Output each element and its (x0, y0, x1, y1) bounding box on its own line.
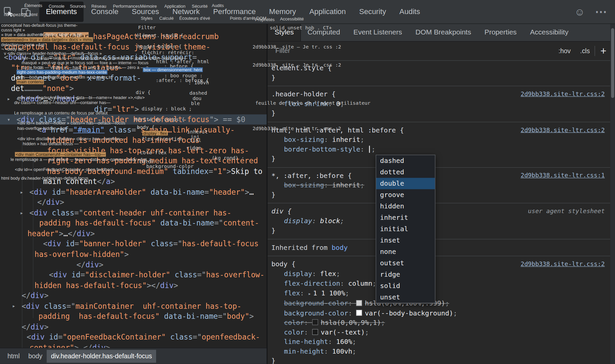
css-property[interactable]: box-sizing: inherit; (268, 180, 610, 190)
tab-accessibility[interactable]: Accessibility (523, 23, 575, 41)
breadcrumb-item[interactable]: body (24, 350, 47, 363)
rule-selector[interactable]: .header-holder { (271, 89, 336, 99)
dropdown-option[interactable]: solid (376, 280, 435, 291)
css-property[interactable]: box-sizing: inherit; (268, 135, 610, 145)
dom-line[interactable]: ▾<div class="header-holder has-default-f… (0, 114, 267, 124)
rule-selector[interactable]: *, :after, :before { (271, 171, 352, 180)
dom-line[interactable]: ▾<body dir…="ltr" data-css-variable-supp… (0, 52, 267, 63)
expand-arrow-icon[interactable]: ▸ (20, 187, 29, 197)
dropdown-option[interactable]: double (376, 178, 435, 189)
css-property[interactable]: display: flex; (268, 269, 610, 279)
css-property[interactable]: border-bottom-style: ; (268, 144, 610, 154)
css-property[interactable]: flex: ▸1 1 100%; (268, 288, 610, 298)
dropdown-option[interactable]: inset (376, 235, 435, 246)
stylesheet-link[interactable]: 2d9bb338.site-ltr.css:2 (517, 259, 605, 269)
tab-dom-breakpoints[interactable]: DOM Breakpoints (409, 23, 478, 41)
feedback-smiley-icon[interactable]: ☺ (571, 3, 589, 20)
rule-selector[interactable]: div { (271, 206, 291, 216)
color-swatch[interactable] (312, 329, 318, 335)
rule-selector[interactable]: body { (271, 259, 295, 269)
dropdown-option[interactable]: dotted (376, 167, 435, 178)
dom-line[interactable]: ▸<div id="headerAreaHolder" data-bi-name… (0, 187, 267, 197)
dom-line[interactable]: dir="ltr"> (0, 104, 267, 114)
css-property[interactable]: line-height: 160%; (268, 337, 610, 347)
css-property[interactable]: color: hsla(0,0%,9%,1); (268, 318, 610, 328)
dom-line[interactable]: </div> (0, 290, 267, 301)
expand-arrow-icon[interactable]: ▸ (20, 207, 29, 218)
dom-line[interactable]: padding has-default-focus" data-bi-name=… (0, 311, 267, 322)
dom-line[interactable]: <a href="#main" class="s…main…link visua… (0, 124, 267, 135)
dom-line[interactable]: padding has-default-focus" data-bi-name=… (0, 218, 267, 228)
filter-input[interactable] (268, 47, 554, 55)
dom-line[interactable]: "tru… = "fals……th-status- (0, 63, 267, 73)
dom-line[interactable]: det………get="docs" x-ms-format- (0, 73, 267, 83)
dom-line[interactable]: header">…</div> (0, 228, 267, 239)
toggle-class-button[interactable]: .cls (575, 47, 595, 55)
tab-event-listeners[interactable]: Event Listeners (347, 23, 409, 41)
dropdown-option[interactable]: dashed (376, 155, 435, 167)
dom-line[interactable]: ▸<div class="mainContainer uhf-container… (0, 301, 267, 311)
breadcrumb-item[interactable]: div.header-holder.has-default-focus (47, 350, 156, 363)
expand-arrow-icon[interactable]: ▸ (7, 94, 16, 104)
breadcrumb-item[interactable]: html (3, 350, 24, 363)
tab-elements[interactable]: Elements (39, 2, 84, 22)
tab-computed[interactable]: Computed (301, 23, 347, 41)
stylesheet-link[interactable]: 2d9bb338.site-ltr.css:2 (517, 89, 605, 99)
dom-line[interactable]: "hasSidebar hasPageActions hasBreadcrumb (0, 31, 267, 42)
color-swatch[interactable] (356, 300, 362, 306)
css-property[interactable]: flex-direction: column; (268, 279, 610, 288)
css-property[interactable]: display: block; (268, 216, 610, 226)
tab-audits[interactable]: Audits (393, 0, 427, 23)
dom-line[interactable]: hidden is-undocked has-inner-focus (0, 135, 267, 145)
scrollbar[interactable] (610, 23, 615, 364)
dropdown-option[interactable]: outset (376, 257, 435, 269)
dom-line[interactable]: right-zero has-padding-medium has-text-c… (0, 156, 267, 166)
dom-line[interactable]: conceptual has-default-focus js…visible … (0, 42, 267, 52)
tab-application[interactable]: Application (303, 0, 353, 23)
stylesheet-link[interactable]: 2d9bb338.site-ltr.css:2 (517, 125, 605, 135)
tab-sources[interactable]: Sources (125, 0, 165, 23)
dom-line[interactable]: has-overflow-hidden"> (0, 249, 267, 259)
dom-line[interactable]: <div id="banner-holder" class="has-defau… (0, 239, 267, 249)
rule-selector[interactable]: html, html :after, html :before { (271, 125, 404, 135)
css-property[interactable]: background-color: var(--body-background)… (268, 308, 610, 318)
dom-line[interactable]: container">…</div> (0, 342, 267, 348)
css-property[interactable]: color: var(--text); (268, 327, 610, 337)
css-property[interactable]: flex-shrink: 0; (268, 99, 610, 109)
expand-arrow-icon[interactable]: ▸ (308, 290, 311, 296)
color-swatch[interactable] (312, 319, 318, 325)
toggle-element-state-button[interactable]: :hov (554, 47, 575, 55)
tab-performance[interactable]: Performance (206, 0, 262, 23)
dropdown-option[interactable]: groove (376, 189, 435, 201)
tab-styles[interactable]: Styles (268, 23, 301, 41)
inspect-icon[interactable] (0, 3, 17, 20)
dom-line[interactable]: ▸<head>…</head> (0, 94, 267, 104)
scrollbar-thumb[interactable] (611, 28, 614, 98)
more-menu-icon[interactable]: ⋯ (592, 3, 610, 20)
stylesheet-link[interactable]: 2d9bb338.site-ltr.css:1 (517, 171, 605, 180)
collapse-arrow-icon[interactable]: ▾ (0, 52, 4, 63)
dom-line[interactable]: <div id="disclaimer-holder" class="has-o… (0, 270, 267, 280)
dom-line[interactable]: </div> (0, 259, 267, 270)
rule-selector[interactable]: element.style { (271, 63, 332, 73)
inherited-node-link[interactable]: body (332, 244, 348, 251)
dom-line[interactable]: hidden has-default-focus"></div> (0, 280, 267, 290)
dom-line[interactable]: focus-visible has-top-zero has-left-zero… (0, 145, 267, 156)
dropdown-option[interactable]: hidden (376, 201, 435, 212)
dropdown-option[interactable]: inherit (376, 212, 435, 223)
tab-properties[interactable]: Properties (478, 23, 523, 41)
dom-line[interactable]: <div id="openFeedbackContainer" class="o… (0, 332, 267, 342)
dom-line[interactable]: ▸<div class="content-header uhf-containe… (0, 207, 267, 218)
dom-line[interactable]: main content</a> (0, 176, 267, 187)
tab-memory[interactable]: Memory (262, 0, 302, 23)
collapse-arrow-icon[interactable]: ▾ (7, 114, 16, 124)
expand-arrow-icon[interactable]: ▸ (12, 301, 21, 311)
tab-console[interactable]: Console (84, 0, 125, 23)
device-toolbar-icon[interactable] (17, 3, 35, 20)
tab-security[interactable]: Security (352, 0, 393, 23)
dom-line[interactable]: </div> (0, 322, 267, 332)
dropdown-option[interactable]: ridge (376, 269, 435, 280)
dropdown-option[interactable]: unset (376, 291, 435, 303)
dropdown-option[interactable]: initial (376, 223, 435, 235)
css-property[interactable]: min-height: 100vh; (268, 347, 610, 356)
